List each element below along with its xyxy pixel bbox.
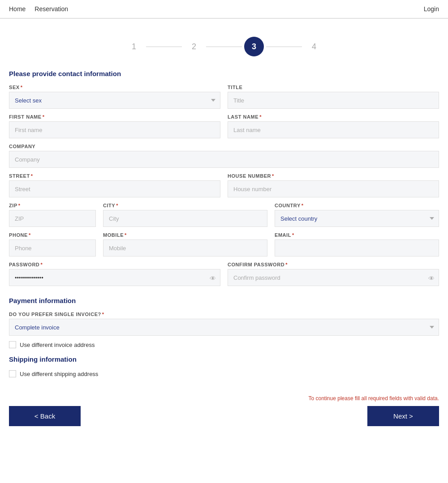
stepper: 1 2 3 4 bbox=[9, 37, 439, 56]
email-input[interactable]: christinaaguan@gmail.com bbox=[275, 239, 439, 256]
phone-label: PHONE* bbox=[9, 232, 96, 238]
diff-shipping-label: Use different shipping address bbox=[20, 371, 98, 377]
back-button[interactable]: < Back bbox=[9, 406, 81, 426]
last-name-group: LAST NAME* bbox=[228, 114, 439, 138]
first-name-label: FIRST NAME* bbox=[9, 114, 220, 120]
password-eye-icon[interactable]: 👁 bbox=[210, 275, 216, 282]
zip-group: ZIP* bbox=[9, 203, 96, 227]
confirm-password-eye-icon[interactable]: 👁 bbox=[428, 275, 435, 282]
row-name: FIRST NAME* LAST NAME* bbox=[9, 114, 439, 138]
contact-section-title: Please provide contact information bbox=[9, 70, 439, 77]
step-3-active: 3 bbox=[244, 37, 264, 56]
step-line-2 bbox=[206, 47, 242, 47]
nav-home[interactable]: Home bbox=[9, 5, 26, 13]
street-input[interactable] bbox=[9, 180, 220, 197]
row-password: PASSWORD* 👁 CONFIRM PASSWORD* 👁 bbox=[9, 262, 439, 286]
step-2: 2 bbox=[184, 37, 204, 56]
shipping-section: Shipping information Use different shipp… bbox=[9, 355, 439, 377]
confirm-password-input[interactable] bbox=[228, 269, 439, 286]
mobile-input[interactable] bbox=[103, 239, 267, 256]
row-company: COMPANY bbox=[9, 144, 439, 168]
invoice-select-group: DO YOU PREFER SINGLE INVOICE?* Complete … bbox=[9, 312, 439, 336]
title-group: TITLE bbox=[228, 85, 439, 109]
step-1: 1 bbox=[124, 37, 144, 56]
first-name-input[interactable] bbox=[9, 121, 220, 138]
phone-group: PHONE* bbox=[9, 232, 96, 256]
diff-invoice-checkbox[interactable] bbox=[9, 341, 16, 348]
phone-input[interactable] bbox=[9, 239, 96, 256]
row-zip-city-country: ZIP* CITY* COUNTRY* Select country Germa… bbox=[9, 203, 439, 227]
sex-group: SEX* Select sex Male Female bbox=[9, 85, 220, 109]
house-number-group: HOUSE NUMBER* bbox=[228, 173, 439, 197]
company-label: COMPANY bbox=[9, 144, 439, 149]
password-group: PASSWORD* 👁 bbox=[9, 262, 220, 286]
diff-invoice-row: Use different invoice address bbox=[9, 341, 439, 348]
street-label: STREET* bbox=[9, 173, 220, 179]
diff-shipping-row: Use different shipping address bbox=[9, 370, 439, 377]
error-message: To continue please fill all required fie… bbox=[9, 395, 439, 402]
navigation: Home Reservation Login bbox=[0, 0, 448, 19]
payment-section: Payment information DO YOU PREFER SINGLE… bbox=[9, 297, 439, 348]
diff-shipping-checkbox[interactable] bbox=[9, 370, 16, 377]
company-group: COMPANY bbox=[9, 144, 439, 168]
zip-input[interactable] bbox=[9, 210, 96, 227]
city-group: CITY* bbox=[103, 203, 267, 227]
payment-section-title: Payment information bbox=[9, 297, 439, 304]
email-group: EMAIL* christinaaguan@gmail.com bbox=[275, 232, 439, 256]
title-label: TITLE bbox=[228, 85, 439, 90]
invoice-select[interactable]: Complete invoice Single invoice bbox=[9, 319, 439, 336]
house-number-input[interactable] bbox=[228, 180, 439, 197]
title-input[interactable] bbox=[228, 92, 439, 109]
row-street: STREET* HOUSE NUMBER* bbox=[9, 173, 439, 197]
company-input[interactable] bbox=[9, 151, 439, 168]
country-group: COUNTRY* Select country Germany Austria … bbox=[275, 203, 439, 227]
password-input[interactable] bbox=[9, 269, 220, 286]
password-label: PASSWORD* bbox=[9, 262, 220, 267]
page-container: 1 2 3 4 Please provide contact informati… bbox=[0, 19, 448, 433]
step-4: 4 bbox=[304, 37, 324, 56]
country-label: COUNTRY* bbox=[275, 203, 439, 208]
email-label: EMAIL* bbox=[275, 232, 439, 238]
invoice-label: DO YOU PREFER SINGLE INVOICE?* bbox=[9, 312, 439, 317]
confirm-password-label: CONFIRM PASSWORD* bbox=[228, 262, 439, 267]
nav-reservation[interactable]: Reservation bbox=[34, 5, 68, 13]
mobile-group: MOBILE* bbox=[103, 232, 267, 256]
step-line-3 bbox=[266, 47, 302, 47]
sex-label: SEX* bbox=[9, 85, 220, 90]
street-group: STREET* bbox=[9, 173, 220, 197]
button-row: < Back Next > bbox=[9, 406, 439, 426]
row-sex-title: SEX* Select sex Male Female TITLE bbox=[9, 85, 439, 109]
step-line-1 bbox=[146, 47, 182, 47]
shipping-section-title: Shipping information bbox=[9, 355, 439, 363]
sex-select[interactable]: Select sex Male Female bbox=[9, 92, 220, 109]
house-number-label: HOUSE NUMBER* bbox=[228, 173, 439, 179]
next-button[interactable]: Next > bbox=[367, 406, 439, 426]
confirm-password-group: CONFIRM PASSWORD* 👁 bbox=[228, 262, 439, 286]
country-select[interactable]: Select country Germany Austria Switzerla… bbox=[275, 210, 439, 227]
row-phone-mobile-email: PHONE* MOBILE* EMAIL* christinaaguan@gma… bbox=[9, 232, 439, 256]
last-name-input[interactable] bbox=[228, 121, 439, 138]
nav-login[interactable]: Login bbox=[424, 5, 439, 13]
mobile-label: MOBILE* bbox=[103, 232, 267, 238]
city-input[interactable] bbox=[103, 210, 267, 227]
diff-invoice-label: Use different invoice address bbox=[20, 342, 95, 348]
bottom-bar: To continue please fill all required fie… bbox=[9, 388, 439, 433]
city-label: CITY* bbox=[103, 203, 267, 208]
first-name-group: FIRST NAME* bbox=[9, 114, 220, 138]
zip-label: ZIP* bbox=[9, 203, 96, 208]
last-name-label: LAST NAME* bbox=[228, 114, 439, 120]
